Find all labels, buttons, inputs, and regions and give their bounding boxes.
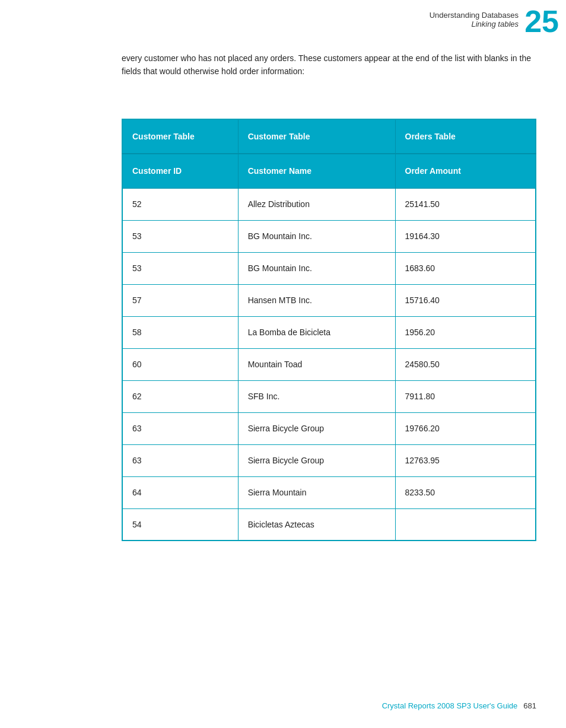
cell-order-amount: 25141.50	[395, 188, 536, 220]
group-header-customer-table-2: Customer Table	[238, 119, 395, 154]
column-header-row: Customer ID Customer Name Order Amount	[122, 154, 536, 188]
col-header-customer-id: Customer ID	[122, 154, 238, 188]
header-title: Understanding Databases	[430, 11, 519, 20]
header-subtitle: Linking tables	[430, 20, 519, 28]
cell-customer-name: SFB Inc.	[238, 380, 395, 412]
cell-customer-id: 58	[122, 316, 238, 348]
table-body: 52Allez Distribution25141.5053BG Mountai…	[122, 188, 536, 541]
group-header-row: Customer Table Customer Table Orders Tab…	[122, 119, 536, 154]
cell-customer-id: 64	[122, 476, 238, 508]
cell-customer-name: Sierra Bicycle Group	[238, 444, 395, 476]
cell-customer-name: Mountain Toad	[238, 348, 395, 380]
cell-order-amount: 24580.50	[395, 348, 536, 380]
cell-customer-name: La Bomba de Bicicleta	[238, 316, 395, 348]
chapter-number: 25	[524, 6, 559, 37]
table-row: 53BG Mountain Inc.19164.30	[122, 220, 536, 252]
cell-order-amount: 15716.40	[395, 284, 536, 316]
cell-order-amount: 8233.50	[395, 476, 536, 508]
cell-order-amount: 7911.80	[395, 380, 536, 412]
intro-text: every customer who has not placed any or…	[122, 52, 536, 78]
table-row: 63Sierra Bicycle Group12763.95	[122, 444, 536, 476]
cell-customer-id: 52	[122, 188, 238, 220]
cell-order-amount	[395, 508, 536, 541]
table-row: 62SFB Inc.7911.80	[122, 380, 536, 412]
cell-order-amount: 1956.20	[395, 316, 536, 348]
cell-order-amount: 19164.30	[395, 220, 536, 252]
cell-customer-id: 63	[122, 412, 238, 444]
table-row: 53BG Mountain Inc.1683.60	[122, 252, 536, 284]
cell-customer-id: 60	[122, 348, 238, 380]
data-table: Customer Table Customer Table Orders Tab…	[122, 119, 536, 541]
cell-customer-name: Hansen MTB Inc.	[238, 284, 395, 316]
table-row: 58La Bomba de Bicicleta1956.20	[122, 316, 536, 348]
table-row: 60Mountain Toad24580.50	[122, 348, 536, 380]
cell-customer-id: 62	[122, 380, 238, 412]
cell-order-amount: 1683.60	[395, 252, 536, 284]
cell-customer-name: Sierra Mountain	[238, 476, 395, 508]
page-container: Understanding Databases Linking tables 2…	[0, 0, 566, 728]
table-row: 52Allez Distribution25141.50	[122, 188, 536, 220]
cell-customer-id: 63	[122, 444, 238, 476]
footer-text: Crystal Reports 2008 SP3 User's Guide	[382, 701, 518, 710]
cell-customer-name: BG Mountain Inc.	[238, 252, 395, 284]
cell-customer-name: BG Mountain Inc.	[238, 220, 395, 252]
group-header-orders-table: Orders Table	[395, 119, 536, 154]
table-row: 57Hansen MTB Inc.15716.40	[122, 284, 536, 316]
group-header-customer-table-1: Customer Table	[122, 119, 238, 154]
col-header-customer-name: Customer Name	[238, 154, 395, 188]
table-wrapper: Customer Table Customer Table Orders Tab…	[122, 119, 536, 541]
table-row: 54Bicicletas Aztecas	[122, 508, 536, 541]
cell-customer-id: 54	[122, 508, 238, 541]
cell-customer-name: Allez Distribution	[238, 188, 395, 220]
cell-order-amount: 19766.20	[395, 412, 536, 444]
cell-customer-name: Bicicletas Aztecas	[238, 508, 395, 541]
header-text-block: Understanding Databases Linking tables	[430, 11, 519, 28]
footer-page: 681	[523, 701, 536, 710]
table-row: 64Sierra Mountain8233.50	[122, 476, 536, 508]
cell-customer-id: 53	[122, 220, 238, 252]
footer-area: Crystal Reports 2008 SP3 User's Guide 68…	[0, 701, 566, 710]
table-row: 63Sierra Bicycle Group19766.20	[122, 412, 536, 444]
col-header-order-amount: Order Amount	[395, 154, 536, 188]
cell-customer-name: Sierra Bicycle Group	[238, 412, 395, 444]
cell-customer-id: 53	[122, 252, 238, 284]
cell-customer-id: 57	[122, 284, 238, 316]
cell-order-amount: 12763.95	[395, 444, 536, 476]
